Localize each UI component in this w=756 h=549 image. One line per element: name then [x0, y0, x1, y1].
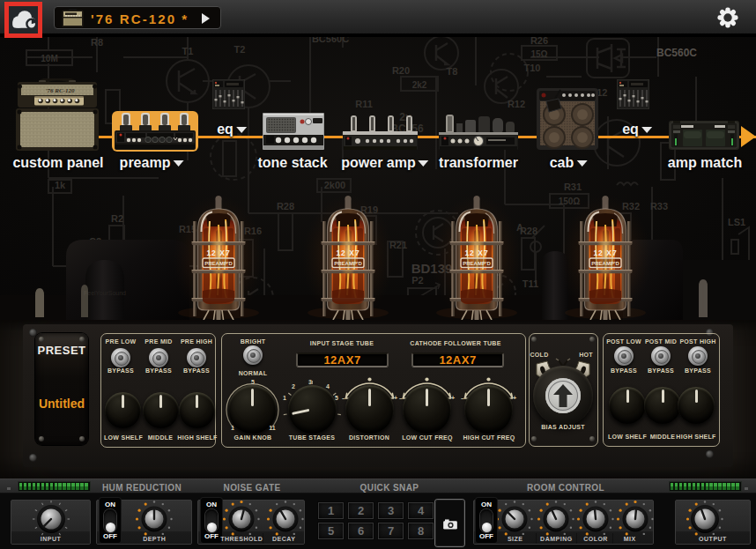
svg-text:R11: R11 [355, 99, 373, 109]
svg-text:R8: R8 [91, 37, 103, 48]
svg-text:T1: T1 [182, 46, 194, 56]
svg-text:15Ω: 15Ω [530, 49, 547, 59]
svg-text:10M: 10M [41, 54, 57, 63]
svg-text:2k2: 2k2 [412, 80, 427, 90]
svg-text:T10: T10 [524, 63, 541, 73]
svg-text:R26: R26 [530, 37, 548, 46]
svg-text:BC560C: BC560C [656, 47, 697, 59]
svg-text:R12: R12 [508, 99, 525, 109]
svg-text:T8: T8 [447, 66, 458, 77]
svg-text:T2: T2 [234, 44, 246, 55]
svg-text:'76 RC-120: '76 RC-120 [46, 87, 75, 94]
svg-text:FeelYourSound: FeelYourSound [84, 290, 126, 296]
svg-text:R20: R20 [392, 65, 410, 76]
svg-text:BC560C: BC560C [312, 37, 349, 44]
